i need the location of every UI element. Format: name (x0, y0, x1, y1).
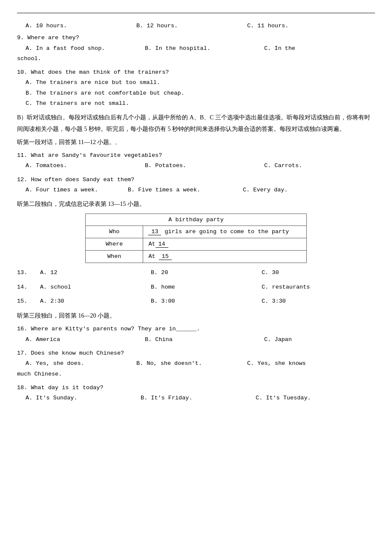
q11-options: A. Tomatoes. B. Potatoes. C. Carrots. (26, 161, 375, 171)
q14-block: 14. A. school B. home C. restaurants (17, 282, 375, 293)
q11-optA: A. Tomatoes. (26, 161, 145, 171)
q15-options: 15. A. 2:30 B. 3:00 C. 3:30 (17, 296, 375, 307)
q16-optA: A. America (26, 335, 145, 345)
q10-block: 10. What does the man think of the train… (17, 67, 375, 109)
section-13-15-label: 听第二段独白，完成信息记录表第 13—15 小题。 (17, 199, 375, 210)
q18-optB: B. It's Friday. (141, 393, 256, 403)
table-row1-suffix: girls are going to come to the party (161, 228, 289, 235)
q15-optA: A. 2:30 (40, 296, 151, 307)
q10-optB: B. The trainers are not comfortable but … (26, 88, 375, 98)
q9-optC-start: C. In the (264, 43, 315, 54)
q12-block: 12. How often does Sandy eat them? A. Fo… (17, 175, 375, 196)
q16-options: A. America B. China C. Japan (26, 335, 375, 345)
q11-optB: B. Potatoes. (145, 161, 264, 171)
blue-dot: 。 (115, 139, 121, 145)
q13-options: 13. A. 12 B. 20 C. 30 (17, 267, 375, 278)
blank-14: 14 (156, 241, 168, 248)
q9-optB: B. In the hospital. (145, 43, 264, 54)
q14-options: 14. A. school B. home C. restaurants (17, 282, 375, 293)
section-b-intro: B）听对话或独白。每段对话或独白后有几个小题，从题中所给的 A、B、C 三个选项… (17, 112, 375, 135)
q9-block: 9. Where are they? A. In a fast food sho… (17, 33, 375, 64)
q13-block: 13. A. 12 B. 20 C. 30 (17, 267, 375, 278)
blank-15: 15 (159, 253, 172, 260)
q16-text: 16. Where are Kitty's parents now? They … (17, 324, 375, 334)
table-row-who: Who 13 girls are going to come to the pa… (86, 225, 307, 238)
q17-options: A. Yes, she does. B. No, she doesn't. C.… (26, 358, 375, 369)
q18-optA: A. It's Sunday. (26, 393, 141, 403)
table-label-where: Where (86, 238, 143, 250)
q17-optC-start: C. Yes, she knows (247, 358, 358, 369)
q11-block: 11. What are Sandy's favourite vegetable… (17, 150, 375, 171)
q17-optA: A. Yes, she does. (26, 358, 136, 369)
q15-text: 15. (17, 296, 38, 307)
q9-optA: A. In a fast food shop. (26, 43, 145, 54)
q13-optB: B. 20 (151, 267, 262, 278)
q8-optC: C. 11 hours. (247, 21, 358, 31)
q15-optC: C. 3:30 (262, 296, 381, 307)
q8-options: A. 10 hours. B. 12 hours. C. 11 hours. (26, 21, 375, 31)
table-row-when: When At 15 (86, 250, 307, 263)
q17-block: 17. Does she know much Chinese? A. Yes, … (17, 348, 375, 379)
table-content-who: 13 girls are going to come to the party (143, 225, 307, 238)
q18-options: A. It's Sunday. B. It's Friday. C. It's … (26, 393, 375, 403)
q14-optA: A. school (40, 282, 151, 293)
q17-optC-end: much Chinese. (17, 369, 375, 379)
q16-optC: C. Japan (264, 335, 375, 345)
q10-optA: A. The trainers are nice but too small. (26, 78, 375, 88)
q17-text: 17. Does she know much Chinese? (17, 348, 375, 358)
q13-optA: A. 12 (40, 267, 151, 278)
q14-optC: C. restaurants (262, 282, 381, 293)
q12-text: 12. How often does Sandy eat them? (17, 175, 375, 185)
q9-optC-end: school. (17, 54, 375, 64)
q12-optC: C. Every day. (243, 185, 354, 195)
q12-optA: A. Four times a week. (26, 185, 128, 195)
q12-optB: B. Five times a week. (128, 185, 243, 195)
q13-optC: C. 30 (262, 267, 381, 278)
table-row2-at: At (148, 241, 155, 247)
q13-text: 13. (17, 267, 38, 278)
table-content-where: At14 (143, 238, 307, 250)
section-16-20-label: 听第三段独白，回答第 16—20 小题。 (17, 310, 375, 322)
q9-text: 9. Where are they? (17, 33, 375, 43)
table-row3-at: At (148, 253, 159, 260)
q16-optB: B. China (145, 335, 264, 345)
q17-optB: B. No, she doesn't. (136, 358, 247, 369)
q15-optB: B. 3:00 (151, 296, 262, 307)
table-content-when: At 15 (143, 250, 307, 263)
q10-text: 10. What does the man think of the train… (17, 67, 375, 78)
q14-text: 14. (17, 282, 38, 293)
q18-optC: C. It's Tuesday. (256, 393, 366, 403)
table-row-where: Where At14 (86, 238, 307, 250)
q11-optC: C. Carrots. (264, 161, 375, 171)
q18-block: 18. What day is it today? A. It's Sunday… (17, 383, 375, 404)
blank-13: 13 (148, 228, 161, 235)
q16-block: 16. Where are Kitty's parents now? They … (17, 324, 375, 345)
table-label-when: When (86, 250, 143, 263)
table-label-who: Who (86, 225, 143, 238)
q8-optB: B. 12 hours. (136, 21, 247, 31)
q10-optC: C. The trainers are not small. (26, 98, 375, 109)
q8-optA: A. 10 hours. (26, 21, 136, 31)
top-divider (17, 13, 375, 13)
table-title: A birthday party (86, 214, 307, 225)
q15-block: 15. A. 2:30 B. 3:00 C. 3:30 (17, 296, 375, 307)
q12-options: A. Four times a week. B. Five times a we… (26, 185, 375, 195)
q11-text: 11. What are Sandy's favourite vegetable… (17, 150, 375, 161)
q14-optB: B. home (151, 282, 262, 293)
birthday-table: A birthday party Who 13 girls are going … (85, 214, 307, 263)
q18-text: 18. What day is it today? (17, 383, 375, 393)
section-11-12-label: 听第一段对话，回答第 11—12 小题。。 (17, 137, 375, 148)
